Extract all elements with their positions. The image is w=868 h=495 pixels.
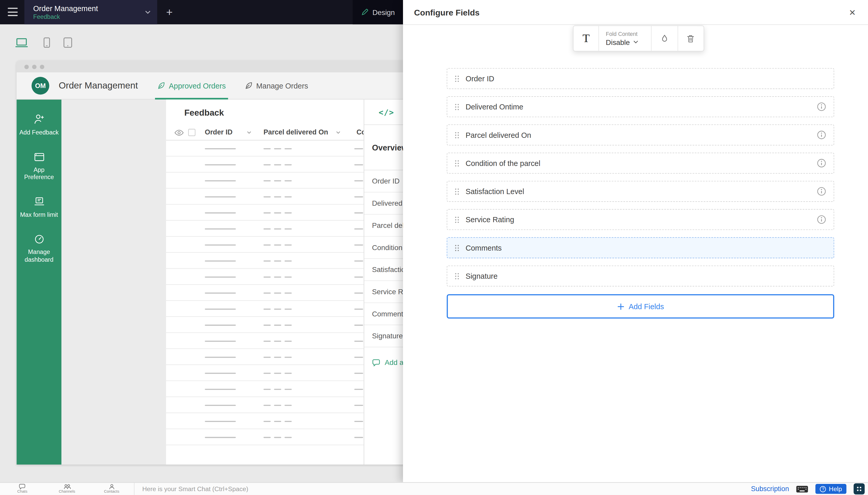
tab-approved-orders[interactable]: Approved Orders xyxy=(155,72,228,99)
fill-color-button[interactable] xyxy=(652,26,677,51)
smart-chat-input[interactable] xyxy=(142,485,751,492)
placeholder-dash xyxy=(274,164,281,165)
sidebar-item-max-form-limit[interactable]: Max form limit xyxy=(17,188,62,226)
field-label: Service Rating xyxy=(465,216,811,224)
table-row[interactable] xyxy=(166,156,364,172)
feedback-table-rows xyxy=(166,140,364,445)
chevron-down-icon[interactable] xyxy=(145,11,150,14)
placeholder-dash xyxy=(205,244,236,245)
mobile-view-button[interactable] xyxy=(43,24,50,61)
field-label: Parcel delivered On xyxy=(465,131,811,139)
table-row[interactable] xyxy=(166,365,364,381)
info-icon[interactable] xyxy=(817,102,826,111)
drag-handle-icon[interactable] xyxy=(454,131,459,139)
drag-handle-icon[interactable] xyxy=(454,103,459,110)
design-tab[interactable]: Design xyxy=(353,0,403,24)
channels-button[interactable]: Channels xyxy=(45,483,89,495)
table-row[interactable] xyxy=(166,349,364,365)
sidebar-item-add-feedback[interactable]: Add Feedback xyxy=(17,106,62,143)
keyboard-shortcuts-button[interactable] xyxy=(796,485,808,492)
eye-icon[interactable] xyxy=(174,129,184,138)
field-row-service-rating[interactable]: Service Rating xyxy=(447,209,834,230)
field-row-satisfaction-level[interactable]: Satisfaction Level xyxy=(447,181,834,202)
field-row-comments[interactable]: Comments xyxy=(447,237,834,258)
close-icon[interactable]: ✕ xyxy=(849,8,856,16)
placeholder-dash xyxy=(205,389,236,390)
table-row[interactable] xyxy=(166,317,364,333)
screen: Order Management Feedback + Design xyxy=(0,0,868,495)
sidebar-item-app-preference[interactable]: App Preference xyxy=(17,143,62,188)
field-label: Delivered Ontime xyxy=(465,103,811,111)
table-row[interactable] xyxy=(166,285,364,301)
fold-content-dropdown[interactable]: Disable xyxy=(606,38,638,46)
app-tab-order-management[interactable]: Order Management Feedback xyxy=(24,0,157,24)
new-tab-button[interactable]: + xyxy=(162,0,177,24)
table-row[interactable] xyxy=(166,269,364,285)
table-row[interactable] xyxy=(166,221,364,237)
table-row[interactable] xyxy=(166,253,364,269)
drag-handle-icon[interactable] xyxy=(454,272,459,279)
placeholder-dash xyxy=(205,325,236,326)
chats-button[interactable]: Chats xyxy=(0,483,45,495)
delete-field-button[interactable] xyxy=(678,26,703,51)
sort-caret-icon[interactable] xyxy=(336,131,340,134)
info-icon[interactable] xyxy=(817,215,826,224)
info-icon[interactable] xyxy=(817,159,826,168)
table-row[interactable] xyxy=(166,333,364,349)
drag-handle-icon[interactable] xyxy=(454,244,459,251)
table-row[interactable] xyxy=(166,237,364,253)
info-icon[interactable] xyxy=(817,187,826,195)
field-row-delivered-ontime[interactable]: Delivered Ontime xyxy=(447,96,834,117)
add-fields-button[interactable]: Add Fields xyxy=(447,294,834,319)
table-row[interactable] xyxy=(166,301,364,317)
drag-handle-icon[interactable] xyxy=(454,75,459,82)
subscription-link[interactable]: Subscription xyxy=(751,485,789,493)
channels-label: Channels xyxy=(59,489,75,494)
chat-add-icon xyxy=(372,359,380,366)
text-tool-button[interactable]: T xyxy=(573,26,599,51)
column-header-condition[interactable]: Condition of the parcel xyxy=(357,128,364,136)
table-row[interactable] xyxy=(166,189,364,205)
placeholder-dash xyxy=(274,148,281,149)
placeholder-dash xyxy=(354,228,363,229)
field-row-order-id[interactable]: Order ID xyxy=(447,68,834,89)
field-row-parcel-delivered-on[interactable]: Parcel delivered On xyxy=(447,124,834,145)
table-row[interactable] xyxy=(166,140,364,156)
select-all-checkbox[interactable] xyxy=(188,129,196,136)
desktop-view-button[interactable] xyxy=(15,24,29,61)
sort-caret-icon[interactable] xyxy=(247,131,251,134)
tab-manage-orders[interactable]: Manage Orders xyxy=(242,72,310,99)
placeholder-dash xyxy=(274,437,281,438)
field-row-condition-of-the-parcel[interactable]: Condition of the parcel xyxy=(447,153,834,173)
drag-handle-icon[interactable] xyxy=(454,188,459,195)
table-row[interactable] xyxy=(166,429,364,445)
table-row[interactable] xyxy=(166,205,364,221)
apps-grid-icon[interactable] xyxy=(853,483,865,494)
app-tab-title: Order Management xyxy=(33,4,145,13)
placeholder-dash xyxy=(205,437,236,438)
hamburger-menu-icon[interactable] xyxy=(8,8,18,16)
placeholder-dash xyxy=(354,260,363,261)
code-view-icon[interactable]: </> xyxy=(379,108,394,116)
keyboard-icon xyxy=(796,485,808,492)
field-label: Satisfaction Level xyxy=(465,187,811,195)
drag-handle-icon[interactable] xyxy=(454,159,459,167)
info-icon[interactable] xyxy=(817,131,826,139)
table-row[interactable] xyxy=(166,381,364,397)
column-header-order-id[interactable]: Order ID xyxy=(205,128,251,136)
table-row[interactable] xyxy=(166,173,364,189)
placeholder-dash xyxy=(284,325,292,326)
field-label: Signature xyxy=(465,272,826,280)
column-header-parcel-delivered-on[interactable]: Parcel delivered On xyxy=(263,128,340,136)
help-button[interactable]: ? Help xyxy=(816,484,846,494)
tab-label: Approved Orders xyxy=(169,82,226,90)
table-row[interactable] xyxy=(166,397,364,413)
table-row[interactable] xyxy=(166,413,364,429)
design-pen-icon xyxy=(361,8,369,16)
sidebar-item-manage-dashboard[interactable]: Manage dashboard xyxy=(17,225,62,271)
field-row-signature[interactable]: Signature xyxy=(447,266,834,287)
tablet-view-button[interactable] xyxy=(63,24,72,61)
contacts-button[interactable]: Contacts xyxy=(89,483,134,495)
placeholder-dash xyxy=(205,197,236,198)
drag-handle-icon[interactable] xyxy=(454,216,459,223)
